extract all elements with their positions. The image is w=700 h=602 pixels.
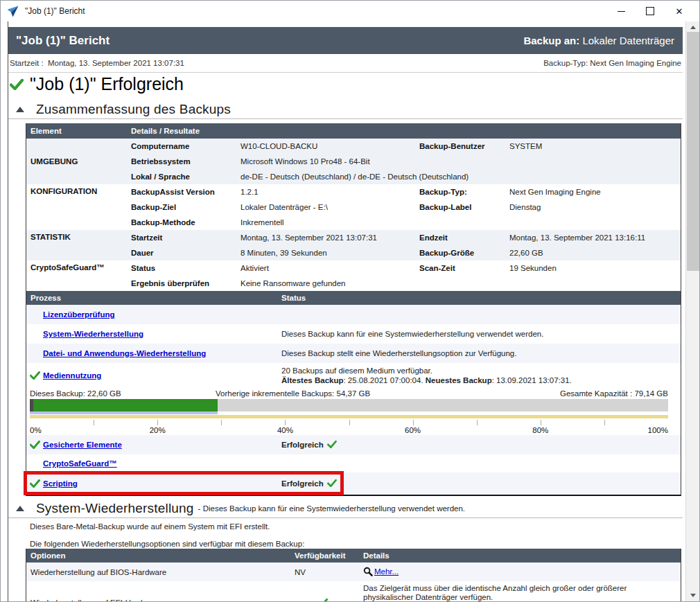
tick-label: 0% bbox=[30, 426, 42, 434]
tick-label: 20% bbox=[150, 426, 166, 434]
restore-options-intro: Die folgenden Wiederherstellungsoptionen… bbox=[30, 540, 654, 548]
maximize-icon bbox=[646, 7, 654, 15]
column-header-availability: Verfügbarkeit bbox=[292, 551, 363, 560]
field-value: Keine Ransomware gefunden bbox=[240, 279, 619, 287]
divider-line bbox=[8, 72, 683, 73]
field-label: Lokal / Sprache bbox=[131, 172, 240, 181]
newest-backup-value: : 13.09.2021 13:07:31. bbox=[492, 376, 572, 384]
summary-group-label: KONFIGURATION bbox=[26, 184, 131, 230]
option-row-bios: Wiederherstellung auf BIOS-Hardware NV M… bbox=[26, 563, 681, 581]
field-value: Aktiviert bbox=[240, 264, 419, 272]
column-header-options: Optionen bbox=[26, 551, 292, 560]
summary-row: BackupAssist Version 1.2.1 Backup-Typ: N… bbox=[131, 184, 681, 200]
tick-label: 60% bbox=[405, 426, 421, 434]
field-label: Backup-Typ: bbox=[419, 188, 509, 196]
summary-row: Startzeit Montag, 13. September 2021 13:… bbox=[131, 230, 681, 245]
field-label: Backup-Größe bbox=[419, 249, 509, 257]
usage-bar-previous-strip bbox=[30, 411, 218, 414]
field-value: 19 Sekunden bbox=[509, 264, 681, 272]
minimize-button[interactable] bbox=[606, 1, 636, 21]
media-usage-chart: Dieses Backup: 22,60 GB Vorherige inkrem… bbox=[26, 388, 681, 435]
summary-group-konfiguration: KONFIGURATION BackupAssist Version 1.2.1… bbox=[26, 184, 681, 230]
process-row-gesicherte-elemente: Gesicherte Elemente Erfolgreich bbox=[26, 435, 681, 454]
process-row-lizenz: Lizenzüberprüfung bbox=[26, 305, 681, 324]
process-row-datei-anwendungs: Datei- und Anwendungs-Wiederherstellung … bbox=[26, 344, 681, 363]
report-title: "Job (1)" Bericht bbox=[8, 34, 110, 48]
process-row-systemwiederherstellung: System-Wiederherstellung Dieses Backup k… bbox=[26, 324, 681, 344]
maximize-button[interactable] bbox=[636, 1, 665, 21]
field-label: BackupAssist Version bbox=[131, 188, 240, 196]
summary-row: Lokal / Sprache de-DE - Deutsch (Deutsch… bbox=[131, 169, 681, 184]
scrollbar[interactable] bbox=[685, 21, 700, 602]
field-value: 8 Minuten, 39 Sekunden bbox=[240, 249, 419, 257]
option-label: Wiederherstellung auf EFI-Hardware bbox=[26, 581, 292, 602]
field-label: Endzeit bbox=[419, 233, 509, 242]
field-value: de-DE - Deutsch (Deutschland) / de-DE - … bbox=[240, 172, 619, 181]
process-link-systemwiederherstellung[interactable]: System-Wiederherstellung bbox=[43, 330, 143, 338]
column-header-element: Element bbox=[26, 127, 131, 135]
field-label: Backup-Label bbox=[419, 203, 509, 211]
summary-row: Backup-Methode Inkrementell bbox=[131, 215, 681, 230]
process-link-cryptosafeguard[interactable]: CryptoSafeGuard™ bbox=[43, 459, 117, 468]
app-logo-icon bbox=[7, 6, 19, 17]
field-label: Dauer bbox=[131, 249, 240, 257]
options-table: Optionen Verfügbarkeit Details Wiederher… bbox=[26, 549, 681, 602]
option-row-efi: Wiederherstellung auf EFI-Hardware Das Z… bbox=[26, 581, 681, 602]
start-time-value: Montag, 13. September 2021 13:07:31 bbox=[48, 59, 184, 67]
details-text: Das Zielgerät muss über die identische A… bbox=[363, 581, 681, 602]
tick-label: 40% bbox=[277, 426, 293, 434]
process-link-gesicherte-elemente[interactable]: Gesicherte Elemente bbox=[43, 441, 122, 449]
field-value: SYSTEM bbox=[509, 142, 681, 150]
field-value: Montag, 13. September 2021 13:16:11 bbox=[509, 233, 681, 242]
chart-label-this-backup: Dieses Backup: 22,60 GB bbox=[30, 389, 121, 398]
section-restore-header: System-Wiederherstellung - Dieses Backup… bbox=[8, 499, 683, 518]
field-value: W10-CLOUD-BACKU bbox=[240, 142, 419, 150]
info-row: Startzeit : Montag, 13. September 2021 1… bbox=[10, 59, 681, 69]
section-title-summary: Zusammenfassung des Backups bbox=[36, 102, 231, 117]
scroll-thumb[interactable] bbox=[687, 32, 699, 271]
oldest-backup-value: : 25.08.2021 07:00:04. bbox=[343, 376, 425, 384]
report-header: "Job (1)" Bericht Backup an: Lokaler Dat… bbox=[8, 27, 683, 54]
collapse-arrow-icon[interactable] bbox=[16, 506, 24, 511]
window-title: "Job (1)" Bericht bbox=[25, 6, 85, 16]
summary-table-header: Element Details / Resultate bbox=[26, 123, 681, 139]
newest-backup-label: Neuestes Backup bbox=[426, 376, 492, 384]
backup-target-value: Lokaler Datenträger bbox=[582, 35, 674, 46]
start-time-label: Startzeit : bbox=[10, 59, 44, 67]
oldest-backup-label: Ältestes Backup bbox=[281, 376, 343, 384]
field-label: Scan-Zeit bbox=[419, 264, 509, 272]
check-icon bbox=[317, 599, 328, 602]
summary-table: Element Details / Resultate UMGEBUNG Com… bbox=[26, 123, 681, 496]
usage-bar-capacity-strip bbox=[30, 415, 668, 418]
field-label: Startzeit bbox=[131, 233, 240, 242]
field-value: Inkrementell bbox=[240, 218, 419, 227]
chart-label-capacity: Gesamte Kapazität : 79,14 GB bbox=[560, 389, 668, 398]
summary-group-label: STATISTIK bbox=[26, 230, 131, 260]
collapse-arrow-icon[interactable] bbox=[16, 107, 24, 112]
minimize-icon bbox=[618, 11, 625, 12]
field-label: Computername bbox=[131, 142, 240, 150]
status-text: Dieses Backup stellt eine Wiederherstell… bbox=[281, 348, 681, 358]
summary-row: Computername W10-CLOUD-BACKU Backup-Benu… bbox=[131, 139, 681, 154]
status-text: 20 Backups auf diesem Medium verfügbar. … bbox=[281, 366, 681, 385]
report-window: { "window": { "title": "\"Job (1)\" Beri… bbox=[0, 0, 700, 602]
process-link-mediennutzung[interactable]: Mediennutzung bbox=[43, 371, 101, 380]
process-link-datei-anwendungs[interactable]: Datei- und Anwendungs-Wiederherstellung bbox=[43, 349, 206, 357]
summary-row: Status Aktiviert Scan-Zeit 19 Sekunden bbox=[131, 260, 681, 276]
field-value: Next Gen Imaging Engine bbox=[509, 188, 681, 196]
result-heading-row: "Job (1)" Erfolgreich bbox=[10, 74, 184, 94]
status-success: Erfolgreich bbox=[281, 440, 681, 450]
scroll-down-icon bbox=[690, 594, 696, 597]
check-icon bbox=[30, 441, 40, 449]
close-button[interactable]: ✕ bbox=[665, 1, 694, 21]
summary-row: Ergebnis überprüfen Keine Ransomware gef… bbox=[131, 276, 681, 291]
summary-group-statistik: STATISTIK Startzeit Montag, 13. Septembe… bbox=[26, 230, 681, 260]
more-link[interactable]: Mehr... bbox=[374, 567, 399, 576]
column-header-process: Prozess bbox=[26, 294, 281, 302]
scroll-down-button[interactable] bbox=[686, 590, 700, 601]
section-subtitle-restore: - Dieses Backup kann für eine Systemwied… bbox=[198, 504, 465, 513]
field-label: Backup-Benutzer bbox=[419, 142, 509, 150]
process-link-lizenz[interactable]: Lizenzüberprüfung bbox=[43, 310, 115, 319]
summary-group-label: UMGEBUNG bbox=[26, 139, 131, 184]
summary-group-label: CryptoSafeGuard™ bbox=[26, 260, 131, 291]
